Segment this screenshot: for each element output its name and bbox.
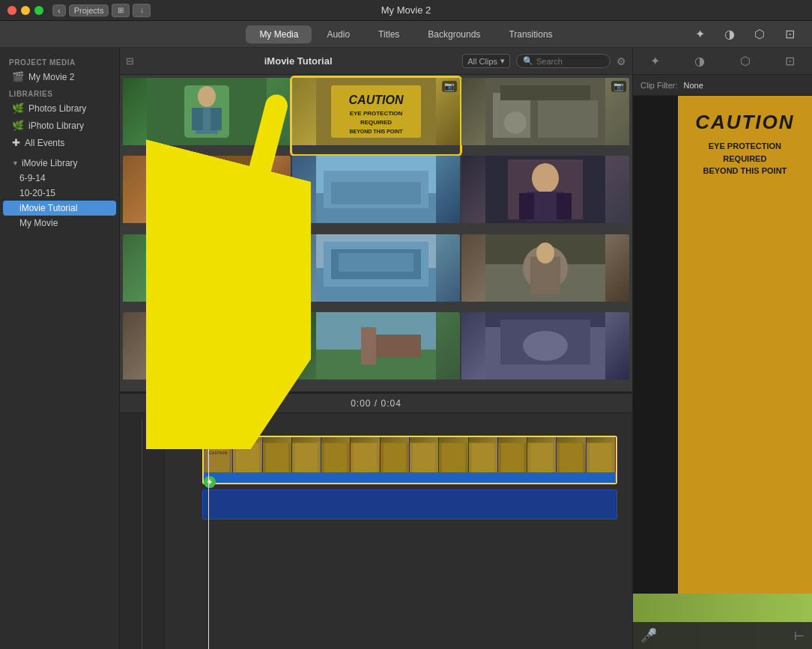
preview-area: CAUTION EYE PROTECTION REQUIRED BEYOND T… — [633, 96, 812, 649]
sidebar-item-6-9-14[interactable]: 6-9-14 — [3, 171, 116, 186]
search-box[interactable]: 🔍 — [516, 54, 610, 68]
sidebar: PROJECT MEDIA 🎬 My Movie 2 LIBRARIES 🌿 P… — [0, 48, 120, 649]
grid-view-button[interactable]: ⊞ — [112, 4, 130, 17]
tab-backgrounds[interactable]: Backgrounds — [414, 25, 494, 43]
audio-track — [202, 490, 617, 519]
sidebar-item-imovie-tutorial[interactable]: iMovie Tutorial — [3, 201, 116, 216]
maximize-button[interactable] — [34, 6, 43, 15]
fullscreen-icon[interactable]: ⊢ — [794, 629, 805, 643]
sidebar-item-label: iMovie Tutorial — [19, 203, 77, 213]
enhance-icon[interactable]: ✦ — [647, 51, 663, 71]
time-separator: / — [375, 398, 381, 409]
add-clip-badge[interactable]: + — [204, 476, 216, 488]
thumbnail-3[interactable]: 📷 — [461, 78, 629, 154]
sidebar-item-iphoto-library[interactable]: 🌿 iPhoto Library — [3, 117, 116, 134]
thumbnail-4[interactable] — [123, 156, 291, 232]
sidebar-item-my-movie-tree[interactable]: My Movie — [3, 216, 116, 231]
libraries-header: LIBRARIES — [0, 85, 119, 100]
thumbnail-2[interactable]: 📷 CAUTION EYE PROTECTION REQUIRED BEYOND… — [292, 78, 460, 154]
thumb-image-11 — [292, 312, 460, 380]
tab-my-media[interactable]: My Media — [246, 25, 312, 43]
caution-body-text: EYE PROTECTION REQUIRED BEYOND THIS POIN… — [685, 140, 805, 177]
sidebar-item-label: All Events — [25, 138, 64, 148]
sidebar-item-imovie-library[interactable]: ▼ iMovie Library — [3, 156, 116, 171]
svg-rect-4 — [192, 108, 203, 130]
sidebar-item-all-events[interactable]: ✚ All Events — [3, 134, 116, 151]
camera-icon: 📷 — [442, 81, 457, 92]
crop2-icon[interactable]: ⊡ — [782, 51, 798, 71]
main-layout: PROJECT MEDIA 🎬 My Movie 2 LIBRARIES 🌿 P… — [0, 48, 812, 649]
thumb-image-9 — [461, 234, 629, 302]
search-icon: 🔍 — [523, 56, 533, 66]
tab-audio[interactable]: Audio — [313, 25, 363, 43]
settings-icon[interactable]: ⚙ — [616, 55, 626, 67]
thumbnails-grid: 📷 CAUTION EYE PROTECTION REQUIRED BEYOND… — [120, 75, 632, 391]
thumbnail-1[interactable] — [123, 78, 291, 154]
palette-icon[interactable]: ⬡ — [749, 24, 770, 45]
color-icon[interactable]: ◑ — [691, 51, 708, 71]
thumbnail-11[interactable] — [292, 312, 460, 389]
clip-filter-bar: Clip Filter: None — [633, 75, 812, 96]
tab-transitions[interactable]: Transitions — [495, 25, 566, 43]
tab-titles[interactable]: Titles — [365, 25, 413, 43]
svg-point-28 — [532, 163, 559, 193]
sidebar-item-label: 10-20-15 — [19, 188, 55, 198]
right-panel-toolbar: ✦ ◑ ⬡ ⊡ — [633, 48, 812, 75]
toolbar-right: ✦ ◑ ⬡ ⊡ — [689, 24, 800, 45]
projects-button[interactable]: Projects — [69, 4, 109, 16]
thumbnail-7[interactable] — [123, 234, 291, 311]
timeline-body: 4.0s CAUTION — [120, 413, 632, 649]
sidebar-item-photos-library[interactable]: 🌿 Photos Library — [3, 100, 116, 117]
sidebar-item-10-20-15[interactable]: 10-20-15 — [3, 186, 116, 201]
thumb-image-5 — [292, 156, 460, 223]
svg-rect-15 — [500, 85, 590, 100]
title-bar: ‹ Projects ⊞ ↓ My Movie 2 — [0, 0, 812, 21]
svg-rect-25 — [331, 182, 421, 204]
timeline-area: 0:00 / 0:04 4.0s — [120, 392, 632, 649]
thumbnail-8[interactable] — [292, 234, 460, 311]
color-wheel-icon[interactable]: ◑ — [719, 24, 740, 45]
sidebar-item-label: My Movie — [19, 218, 58, 228]
clips-container: 4.0s CAUTION — [165, 428, 632, 649]
svg-rect-36 — [177, 257, 237, 287]
clip-strip[interactable]: 4.0s CAUTION — [202, 436, 617, 484]
sidebar-item-my-movie[interactable]: 🎬 My Movie 2 — [3, 68, 116, 85]
thumb-image-2: 📷 CAUTION EYE PROTECTION REQUIRED BEYOND… — [292, 78, 460, 145]
search-input[interactable] — [536, 57, 604, 66]
svg-point-16 — [504, 112, 527, 134]
caution-title-text: CAUTION — [685, 111, 805, 134]
crop-icon[interactable]: ⊡ — [779, 24, 800, 45]
grid-layout-button[interactable]: ⊟ — [126, 55, 134, 67]
clip-filter-label: Clip Filter: — [640, 81, 678, 90]
svg-text:REQUIRED: REQUIRED — [360, 119, 392, 126]
clip-duration: 4.0s — [207, 439, 227, 448]
back-button[interactable]: ‹ — [52, 4, 66, 16]
thumbnail-9[interactable] — [461, 234, 629, 311]
photos-icon: 🌿 — [12, 103, 24, 114]
toolbar-tabs: My Media Audio Titles Backgrounds Transi… — [246, 25, 566, 43]
thumb-image-12 — [461, 312, 629, 380]
close-button[interactable] — [7, 6, 16, 15]
svg-text:CAUTION: CAUTION — [349, 94, 404, 106]
microphone-icon[interactable]: 🎤 — [640, 627, 657, 644]
palette2-icon[interactable]: ⬡ — [737, 51, 754, 71]
svg-rect-56 — [376, 335, 421, 357]
svg-point-51 — [210, 338, 248, 376]
thumbnail-6[interactable] — [461, 156, 629, 232]
thumbnail-5[interactable] — [292, 156, 460, 232]
content-area: ⊟ iMovie Tutorial All Clips ▾ 🔍 ⚙ — [120, 48, 632, 649]
minimize-button[interactable] — [21, 6, 30, 15]
thumb-image-1 — [123, 78, 291, 145]
time-total: 0:04 — [381, 398, 402, 409]
media-browser: ⊟ iMovie Tutorial All Clips ▾ 🔍 ⚙ — [120, 48, 632, 392]
thumbnail-10[interactable] — [123, 312, 291, 389]
thumbnail-12[interactable] — [461, 312, 629, 389]
main-track: 4.0s CAUTION — [202, 436, 617, 496]
svg-point-47 — [536, 243, 554, 263]
chevron-down-icon: ▼ — [12, 159, 19, 167]
all-clips-filter[interactable]: All Clips ▾ — [462, 54, 510, 68]
download-button[interactable]: ↓ — [133, 4, 151, 17]
wand-icon[interactable]: ✦ — [689, 24, 710, 45]
playhead[interactable] — [208, 413, 209, 649]
media-browser-header: ⊟ iMovie Tutorial All Clips ▾ 🔍 ⚙ — [120, 48, 632, 75]
